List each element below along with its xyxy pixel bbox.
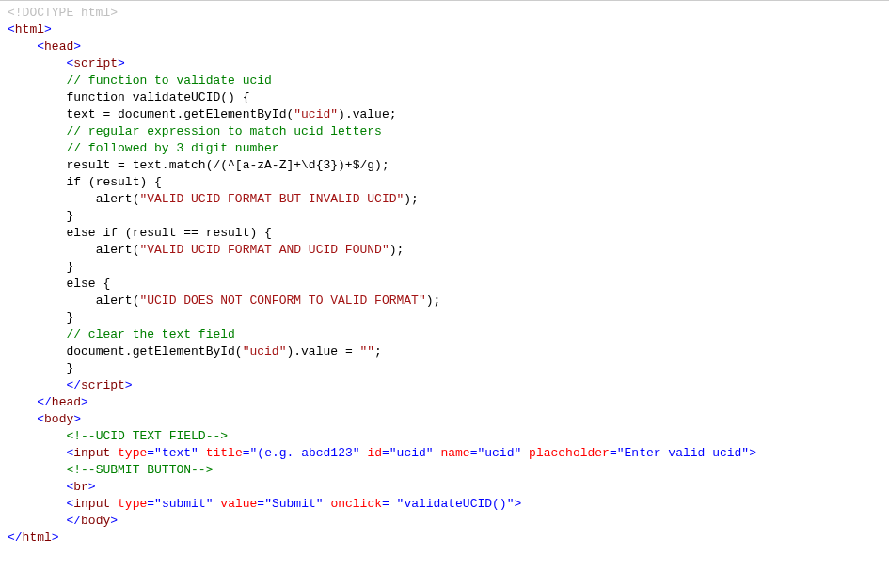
code-line[interactable]: } — [8, 360, 885, 377]
code-line[interactable]: alert("VALID UCID FORMAT BUT INVALID UCI… — [8, 191, 885, 208]
code-line[interactable]: alert("UCID DOES NOT CONFORM TO VALID FO… — [8, 293, 885, 310]
code-line[interactable]: // regular expression to match ucid lett… — [8, 123, 885, 140]
code-line[interactable]: <body> — [8, 411, 885, 428]
code-line[interactable]: if (result) { — [8, 174, 885, 191]
code-line[interactable]: <!--UCID TEXT FIELD--> — [8, 428, 885, 445]
code-editor[interactable]: <!DOCTYPE html><html> <head> <script> //… — [0, 0, 889, 588]
code-line[interactable]: <html> — [8, 22, 885, 39]
code-line[interactable]: document.getElementById("ucid").value = … — [8, 343, 885, 360]
code-line[interactable]: function validateUCID() { — [8, 89, 885, 106]
code-line[interactable]: // followed by 3 digit number — [8, 140, 885, 157]
code-line[interactable]: alert("VALID UCID FORMAT AND UCID FOUND"… — [8, 242, 885, 259]
code-line[interactable]: result = text.match(/(^[a-zA-Z]+\d{3})+$… — [8, 157, 885, 174]
code-line[interactable]: <script> — [8, 56, 885, 72]
code-line[interactable]: text = document.getElementById("ucid").v… — [8, 106, 885, 123]
code-line[interactable]: else { — [8, 276, 885, 293]
code-line[interactable]: </head> — [8, 394, 885, 411]
code-content[interactable]: <!DOCTYPE html><html> <head> <script> //… — [0, 1, 889, 550]
code-line[interactable]: // clear the text field — [8, 326, 885, 343]
code-line[interactable]: <input type="submit" value="Submit" oncl… — [8, 496, 885, 513]
code-line[interactable]: <br> — [8, 479, 885, 496]
code-line[interactable]: </body> — [8, 513, 885, 530]
code-line[interactable]: <!--SUBMIT BUTTON--> — [8, 462, 885, 479]
code-line[interactable]: <!DOCTYPE html> — [8, 5, 885, 22]
code-line[interactable]: } — [8, 259, 885, 276]
code-line[interactable]: </script> — [8, 377, 885, 394]
code-line[interactable]: <head> — [8, 39, 885, 56]
code-line[interactable]: </html> — [8, 530, 885, 547]
code-line[interactable]: // function to validate ucid — [8, 72, 885, 89]
code-line[interactable]: } — [8, 208, 885, 225]
code-line[interactable]: <input type="text" title="(e.g. abcd123"… — [8, 445, 885, 462]
code-line[interactable]: } — [8, 310, 885, 326]
code-line[interactable]: else if (result == result) { — [8, 225, 885, 242]
